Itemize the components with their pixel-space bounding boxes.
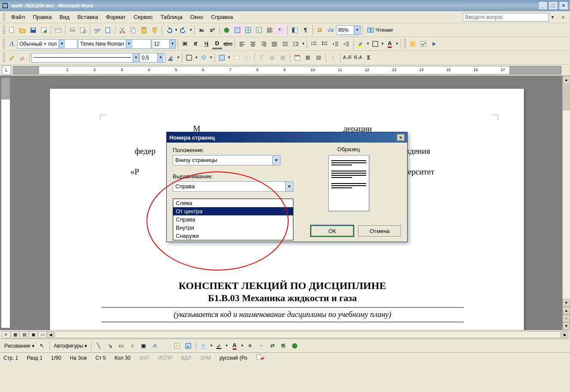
subscript-button[interactable]: x₂ bbox=[196, 25, 207, 35]
tables-borders-button[interactable] bbox=[232, 25, 243, 35]
dropdown-arrow-icon[interactable]: ▼ bbox=[195, 56, 198, 59]
insert-table-button[interactable] bbox=[243, 25, 253, 35]
line-style-dropdown[interactable]: ▼ bbox=[31, 53, 139, 62]
research-button[interactable] bbox=[103, 25, 113, 35]
hide-gridlines-button[interactable]: ⊞ bbox=[303, 53, 313, 63]
font-color-draw-button[interactable]: A bbox=[229, 341, 240, 351]
line-spacing-button[interactable] bbox=[291, 39, 301, 49]
diagram-button[interactable] bbox=[161, 341, 171, 351]
superscript-button[interactable]: x² bbox=[207, 25, 218, 35]
reading-layout-button[interactable]: Чтение bbox=[364, 27, 396, 34]
3d-button[interactable] bbox=[290, 341, 300, 351]
normal-view-button[interactable]: ≡ bbox=[2, 331, 10, 338]
reading-view-button[interactable]: ▭ bbox=[38, 331, 47, 338]
numbered-list-button[interactable]: 12 bbox=[309, 39, 319, 49]
menu-window[interactable]: Окно bbox=[187, 12, 206, 22]
menu-help[interactable]: Справка bbox=[208, 12, 237, 22]
cut-button[interactable] bbox=[117, 25, 128, 35]
drawing-toolbar-button[interactable] bbox=[275, 25, 286, 35]
oval-button[interactable]: ○ bbox=[127, 341, 137, 351]
styles-pane-button[interactable]: A bbox=[6, 39, 17, 49]
option-inside[interactable]: Внутри bbox=[173, 224, 293, 232]
dropdown-arrow-icon[interactable]: ▼ bbox=[225, 344, 228, 348]
menu-insert[interactable]: Вставка bbox=[74, 12, 101, 22]
undo-dropdown-icon[interactable]: ▼ bbox=[174, 28, 178, 32]
drawing-menu[interactable]: Рисование ▾ bbox=[3, 342, 36, 350]
browse-object-button[interactable]: ○ bbox=[563, 314, 570, 322]
select-objects-button[interactable]: ↖ bbox=[37, 341, 47, 351]
print-layout-button[interactable]: ▤ bbox=[20, 331, 28, 338]
merge-cells-button[interactable] bbox=[231, 53, 242, 63]
dialog-close-button[interactable]: × bbox=[397, 134, 405, 141]
toolbar-grip[interactable] bbox=[3, 39, 5, 49]
dropdown-arrow-icon[interactable]: ▼ bbox=[396, 42, 399, 46]
dropdown-arrow-icon[interactable]: ▼ bbox=[227, 56, 231, 59]
option-left[interactable]: Слева bbox=[173, 199, 293, 207]
dropdown-arrow-icon[interactable]: ▼ bbox=[285, 182, 293, 191]
new-doc-button[interactable] bbox=[6, 25, 17, 35]
table-autoformat-button[interactable] bbox=[292, 53, 302, 63]
strikethrough-button[interactable]: abc bbox=[223, 39, 233, 49]
highlight-button[interactable] bbox=[355, 39, 366, 49]
decrease-indent-button[interactable] bbox=[330, 39, 341, 49]
tab-selector[interactable]: L bbox=[2, 65, 11, 75]
increase-indent-button[interactable] bbox=[341, 39, 352, 49]
paste-button[interactable] bbox=[139, 25, 149, 35]
show-formatting-button[interactable]: ¶ bbox=[300, 25, 311, 35]
redo-button[interactable] bbox=[178, 25, 189, 35]
print-preview-button[interactable] bbox=[78, 25, 88, 35]
status-ovr[interactable]: ЗАМ bbox=[200, 355, 211, 361]
align-left-button[interactable] bbox=[237, 39, 247, 49]
option-center[interactable]: От центра bbox=[173, 207, 293, 215]
menu-table[interactable]: Таблица bbox=[157, 12, 186, 22]
next-change-button[interactable] bbox=[429, 39, 439, 49]
dropdown-arrow-icon[interactable]: ▼ bbox=[209, 344, 213, 348]
web-layout-button[interactable]: ▦ bbox=[11, 331, 19, 338]
status-lang[interactable]: русский (Ро bbox=[220, 355, 248, 361]
help-search-input[interactable] bbox=[463, 13, 549, 22]
menu-edit[interactable]: Правка bbox=[29, 12, 55, 22]
bulleted-list-button[interactable] bbox=[320, 39, 330, 49]
copy-button[interactable] bbox=[128, 25, 138, 35]
align-center-button[interactable] bbox=[248, 39, 258, 49]
line-weight-dropdown[interactable]: 0,5▼ bbox=[140, 53, 165, 62]
toolbar-grip[interactable] bbox=[3, 13, 5, 22]
columns-button[interactable] bbox=[265, 25, 275, 35]
draw-table-button[interactable] bbox=[6, 53, 17, 63]
alignment-options-listbox[interactable]: Слева От центра Справа Внутри Снаружи bbox=[173, 199, 293, 240]
menu-file[interactable]: Файл bbox=[8, 12, 28, 22]
line-color-button[interactable] bbox=[214, 341, 224, 351]
font-size-dropdown[interactable]: 12▼ bbox=[152, 39, 176, 49]
justify-button[interactable] bbox=[269, 39, 280, 49]
fill-color-button[interactable] bbox=[198, 341, 209, 351]
distribute-cols-button[interactable]: ⊞ bbox=[278, 53, 288, 63]
dropdown-arrow-icon[interactable]: ▼ bbox=[209, 56, 213, 59]
sort-asc-button[interactable]: А↓Я bbox=[342, 53, 352, 63]
insert-picture-button[interactable] bbox=[183, 341, 193, 351]
insert-table-cell-button[interactable] bbox=[217, 53, 227, 63]
email-button[interactable] bbox=[53, 25, 63, 35]
cancel-button[interactable]: Отмена bbox=[358, 225, 401, 236]
dropdown-arrow-icon[interactable]: ▼ bbox=[177, 56, 180, 59]
font-color-button[interactable]: A bbox=[385, 39, 395, 49]
textbox-button[interactable]: ▣ bbox=[138, 341, 149, 351]
align-right-button[interactable] bbox=[259, 39, 269, 49]
scrollbar-thumb[interactable] bbox=[563, 84, 570, 110]
border-color-button[interactable] bbox=[166, 53, 176, 63]
scroll-right-button[interactable]: ▶ bbox=[561, 331, 568, 338]
save-button[interactable] bbox=[28, 25, 38, 35]
status-rec[interactable]: ЗАП bbox=[139, 355, 150, 361]
toolbar-grip[interactable] bbox=[3, 53, 5, 63]
format-painter-button[interactable] bbox=[150, 25, 160, 35]
line-style-button[interactable]: ≡ bbox=[245, 341, 255, 351]
minimize-button[interactable]: _ bbox=[538, 1, 548, 10]
menu-format[interactable]: Формат bbox=[103, 12, 129, 22]
arrow-button[interactable]: ↘ bbox=[105, 341, 115, 351]
rectangle-button[interactable]: ▭ bbox=[116, 341, 126, 351]
show-gridlines-button[interactable]: ⊟ bbox=[314, 53, 324, 63]
status-trk[interactable]: ИСПР bbox=[158, 355, 173, 361]
dropdown-arrow-icon[interactable]: ▼ bbox=[272, 156, 280, 165]
dropdown-arrow-icon[interactable]: ▼ bbox=[240, 344, 244, 348]
hyperlink-button[interactable] bbox=[221, 25, 232, 35]
distributed-button[interactable] bbox=[280, 39, 290, 49]
